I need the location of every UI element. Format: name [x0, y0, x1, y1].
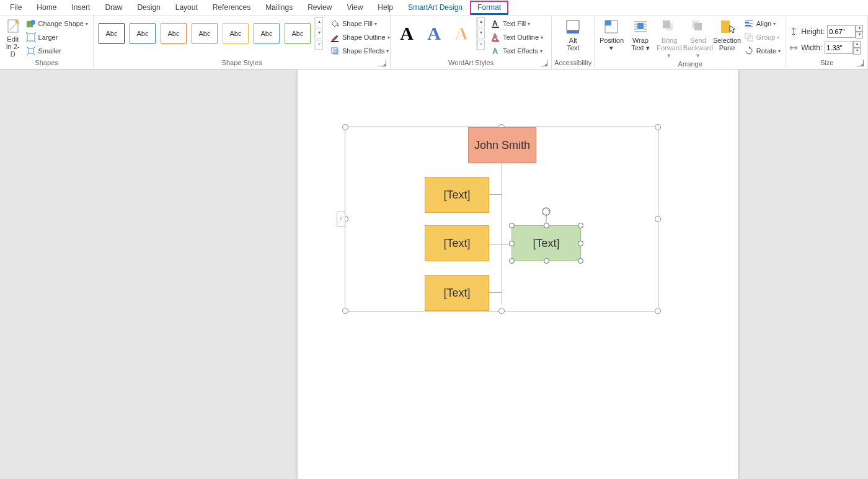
bucket-icon: [330, 19, 340, 29]
wordart-style-1[interactable]: A: [394, 21, 419, 46]
tab-format[interactable]: Format: [470, 1, 508, 15]
text-outline-icon: A: [490, 32, 500, 42]
group-label-arrange: Arrange: [597, 60, 783, 69]
rotate-handle-icon[interactable]: [541, 207, 552, 223]
sel-handle-sw[interactable]: [509, 258, 515, 264]
svg-rect-21: [694, 23, 702, 30]
shape-style-1[interactable]: Abc: [99, 23, 125, 44]
smartart-node-selected[interactable]: [Text]: [512, 225, 581, 261]
selection-pane-icon: [719, 18, 736, 35]
tab-view[interactable]: View: [340, 1, 371, 15]
frame-handle-s[interactable]: [498, 308, 505, 314]
wrap-text-button[interactable]: Wrap Text ▾: [626, 17, 655, 53]
tab-draw[interactable]: Draw: [97, 1, 130, 15]
sel-handle-nw[interactable]: [509, 223, 515, 228]
tab-file[interactable]: File: [2, 1, 29, 15]
sel-handle-ne[interactable]: [578, 223, 583, 228]
tab-layout[interactable]: Layout: [168, 1, 205, 15]
frame-handle-e[interactable]: [655, 216, 661, 222]
smaller-button[interactable]: Smaller: [24, 44, 91, 58]
text-fill-icon: A: [490, 19, 500, 29]
shape-style-7[interactable]: Abc: [285, 23, 311, 44]
wordart-style-3[interactable]: A: [449, 21, 474, 46]
group-label-wordart: WordArt Styles: [393, 59, 549, 69]
change-shape-icon: [26, 19, 36, 29]
smartart-node-root[interactable]: John Smith: [468, 127, 536, 163]
wrap-icon: [632, 18, 649, 35]
tab-insert[interactable]: Insert: [64, 1, 97, 15]
sel-handle-n[interactable]: [544, 223, 549, 228]
wordart-launcher[interactable]: [541, 60, 547, 66]
align-button[interactable]: Align▾: [742, 17, 783, 30]
position-icon: [603, 18, 620, 35]
wordart-style-2[interactable]: A: [422, 21, 446, 46]
frame-handle-nw[interactable]: [342, 124, 348, 130]
style-gallery-up[interactable]: ▴: [316, 17, 323, 27]
smartart-node-1[interactable]: [Text]: [425, 177, 489, 213]
smartart-text-pane-toggle[interactable]: ‹: [337, 212, 345, 226]
shape-style-2[interactable]: Abc: [130, 23, 156, 44]
larger-button[interactable]: Larger: [24, 30, 91, 44]
group-label-accessibility: Accessibility: [554, 59, 591, 69]
document-page[interactable]: ‹ John Smith [Text] [Text] [Text] [Text]: [298, 69, 738, 479]
sel-handle-s[interactable]: [544, 258, 549, 264]
backward-icon: [689, 18, 707, 35]
frame-handle-sw[interactable]: [342, 308, 348, 314]
sel-handle-se[interactable]: [578, 258, 583, 264]
frame-handle-se[interactable]: [655, 308, 661, 314]
width-input[interactable]: [825, 42, 853, 54]
text-effects-button[interactable]: A Text Effects▾: [488, 44, 546, 58]
group-button[interactable]: Group▾: [742, 30, 783, 44]
tab-help[interactable]: Help: [370, 1, 401, 15]
tab-smartart-design[interactable]: SmartArt Design: [401, 1, 470, 15]
smartart-node-2[interactable]: [Text]: [425, 225, 489, 261]
wordart-gallery-more[interactable]: ▿: [477, 40, 485, 50]
shape-effects-button[interactable]: Shape Effects▾: [327, 44, 392, 58]
shape-style-3[interactable]: Abc: [161, 23, 187, 44]
frame-handle-ne[interactable]: [655, 124, 661, 130]
svg-rect-16: [605, 20, 611, 25]
height-up[interactable]: ▴: [856, 25, 863, 32]
change-shape-button[interactable]: Change Shape▾: [24, 17, 91, 30]
shape-outline-button[interactable]: Shape Outline▾: [327, 30, 392, 44]
selection-pane-button[interactable]: Selection Pane: [712, 17, 742, 53]
alt-text-button[interactable]: Alt Text: [556, 17, 590, 53]
send-backward-button[interactable]: Send Backward ▾: [684, 17, 713, 60]
sel-handle-e[interactable]: [578, 241, 583, 246]
tab-review[interactable]: Review: [300, 1, 339, 15]
shape-style-4[interactable]: Abc: [192, 23, 218, 44]
shape-styles-launcher[interactable]: [379, 60, 386, 66]
tab-design[interactable]: Design: [130, 1, 167, 15]
position-button[interactable]: Position▾: [597, 17, 626, 53]
style-gallery-down[interactable]: ▾: [316, 29, 323, 38]
wordart-gallery-up[interactable]: ▴: [477, 17, 485, 27]
height-down[interactable]: ▾: [856, 32, 863, 38]
tab-references[interactable]: References: [205, 1, 258, 15]
bring-forward-button[interactable]: Bring Forward ▾: [655, 17, 684, 60]
edit-in-2d-button[interactable]: Edit in 2-D: [2, 17, 24, 59]
width-label: Width:: [801, 43, 822, 52]
shape-style-6[interactable]: Abc: [254, 23, 280, 44]
svg-rect-13: [567, 20, 579, 30]
svg-text:A: A: [492, 33, 498, 42]
width-up[interactable]: ▴: [853, 41, 861, 48]
tab-mailings[interactable]: Mailings: [258, 1, 300, 15]
shape-style-5[interactable]: Abc: [223, 23, 249, 44]
text-fill-button[interactable]: A Text Fill▾: [488, 17, 546, 30]
style-gallery-more[interactable]: ▿: [316, 40, 323, 50]
tab-home[interactable]: Home: [29, 1, 64, 15]
sel-handle-w[interactable]: [509, 241, 515, 246]
svg-rect-11: [492, 40, 499, 42]
shape-fill-button[interactable]: Shape Fill▾: [327, 17, 392, 30]
height-input[interactable]: [827, 25, 856, 38]
alt-text-icon: [564, 18, 582, 35]
text-outline-button[interactable]: A Text Outline▾: [488, 30, 546, 44]
smartart-frame[interactable]: ‹ John Smith [Text] [Text] [Text] [Text]: [345, 127, 658, 311]
wordart-gallery-down[interactable]: ▾: [477, 29, 485, 38]
group-label-shapes: Shapes: [2, 59, 91, 69]
rotate-button[interactable]: Rotate▾: [742, 44, 783, 58]
smartart-node-3[interactable]: [Text]: [425, 275, 489, 311]
size-launcher[interactable]: [857, 60, 864, 66]
svg-rect-4: [29, 48, 33, 53]
width-down[interactable]: ▾: [853, 48, 861, 55]
